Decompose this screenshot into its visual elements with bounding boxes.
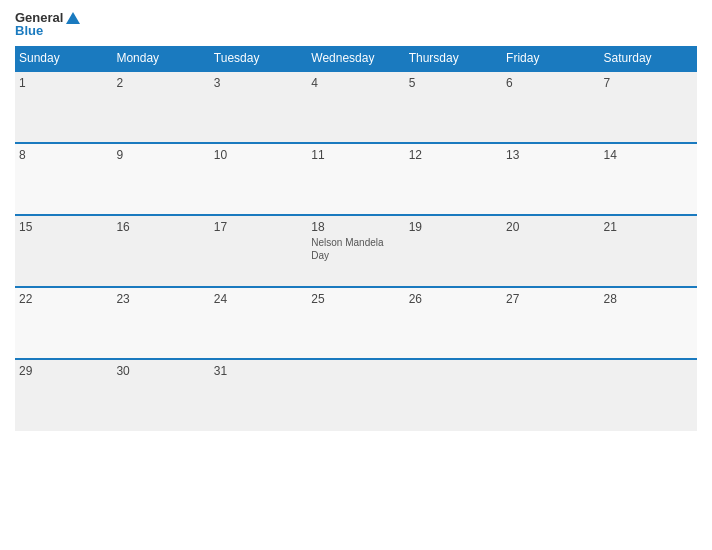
day-cell: 8 — [15, 143, 112, 215]
calendar-table: SundayMondayTuesdayWednesdayThursdayFrid… — [15, 46, 697, 431]
week-row-2: 891011121314 — [15, 143, 697, 215]
day-number: 17 — [214, 220, 303, 234]
day-number: 9 — [116, 148, 205, 162]
day-number: 20 — [506, 220, 595, 234]
day-number: 3 — [214, 76, 303, 90]
week-row-1: 1234567 — [15, 71, 697, 143]
day-cell: 17 — [210, 215, 307, 287]
day-cell: 27 — [502, 287, 599, 359]
day-number: 31 — [214, 364, 303, 378]
day-cell: 3 — [210, 71, 307, 143]
day-cell: 18Nelson Mandela Day — [307, 215, 404, 287]
day-number: 30 — [116, 364, 205, 378]
day-cell: 9 — [112, 143, 209, 215]
day-cell: 30 — [112, 359, 209, 431]
day-cell: 10 — [210, 143, 307, 215]
holiday-name: Nelson Mandela Day — [311, 236, 400, 262]
day-cell: 2 — [112, 71, 209, 143]
day-number: 5 — [409, 76, 498, 90]
day-cell: 13 — [502, 143, 599, 215]
day-number: 7 — [604, 76, 693, 90]
day-cell: 6 — [502, 71, 599, 143]
day-number: 28 — [604, 292, 693, 306]
day-number: 24 — [214, 292, 303, 306]
weekday-header-sunday: Sunday — [15, 46, 112, 71]
day-number: 27 — [506, 292, 595, 306]
day-cell: 15 — [15, 215, 112, 287]
day-number: 18 — [311, 220, 400, 234]
day-cell: 22 — [15, 287, 112, 359]
day-number: 11 — [311, 148, 400, 162]
day-cell: 20 — [502, 215, 599, 287]
day-cell: 1 — [15, 71, 112, 143]
day-cell: 21 — [600, 215, 697, 287]
weekday-header-row: SundayMondayTuesdayWednesdayThursdayFrid… — [15, 46, 697, 71]
day-number: 2 — [116, 76, 205, 90]
day-cell: 12 — [405, 143, 502, 215]
day-number: 21 — [604, 220, 693, 234]
week-row-5: 293031 — [15, 359, 697, 431]
calendar-container: General Blue SundayMondayTuesdayWednesda… — [0, 0, 712, 550]
logo-triangle-icon — [66, 12, 80, 24]
day-number: 15 — [19, 220, 108, 234]
day-cell — [307, 359, 404, 431]
day-number: 10 — [214, 148, 303, 162]
day-cell: 5 — [405, 71, 502, 143]
day-number: 19 — [409, 220, 498, 234]
weekday-header-wednesday: Wednesday — [307, 46, 404, 71]
day-cell — [600, 359, 697, 431]
week-row-3: 15161718Nelson Mandela Day192021 — [15, 215, 697, 287]
day-cell: 19 — [405, 215, 502, 287]
day-number: 4 — [311, 76, 400, 90]
day-cell: 29 — [15, 359, 112, 431]
day-cell: 7 — [600, 71, 697, 143]
day-cell: 28 — [600, 287, 697, 359]
day-cell: 26 — [405, 287, 502, 359]
day-number: 1 — [19, 76, 108, 90]
weekday-header-thursday: Thursday — [405, 46, 502, 71]
weekday-header-friday: Friday — [502, 46, 599, 71]
day-cell — [405, 359, 502, 431]
day-number: 16 — [116, 220, 205, 234]
header: General Blue — [15, 10, 697, 38]
day-number: 22 — [19, 292, 108, 306]
day-cell: 25 — [307, 287, 404, 359]
day-cell: 4 — [307, 71, 404, 143]
day-number: 26 — [409, 292, 498, 306]
day-cell — [502, 359, 599, 431]
day-number: 25 — [311, 292, 400, 306]
week-row-4: 22232425262728 — [15, 287, 697, 359]
day-cell: 16 — [112, 215, 209, 287]
day-number: 8 — [19, 148, 108, 162]
day-number: 13 — [506, 148, 595, 162]
day-cell: 11 — [307, 143, 404, 215]
weekday-header-saturday: Saturday — [600, 46, 697, 71]
day-number: 6 — [506, 76, 595, 90]
day-number: 12 — [409, 148, 498, 162]
day-number: 29 — [19, 364, 108, 378]
logo-blue-text: Blue — [15, 23, 43, 38]
logo: General Blue — [15, 10, 80, 38]
day-cell: 14 — [600, 143, 697, 215]
day-cell: 31 — [210, 359, 307, 431]
day-cell: 23 — [112, 287, 209, 359]
day-cell: 24 — [210, 287, 307, 359]
day-number: 23 — [116, 292, 205, 306]
weekday-header-tuesday: Tuesday — [210, 46, 307, 71]
day-number: 14 — [604, 148, 693, 162]
weekday-header-monday: Monday — [112, 46, 209, 71]
